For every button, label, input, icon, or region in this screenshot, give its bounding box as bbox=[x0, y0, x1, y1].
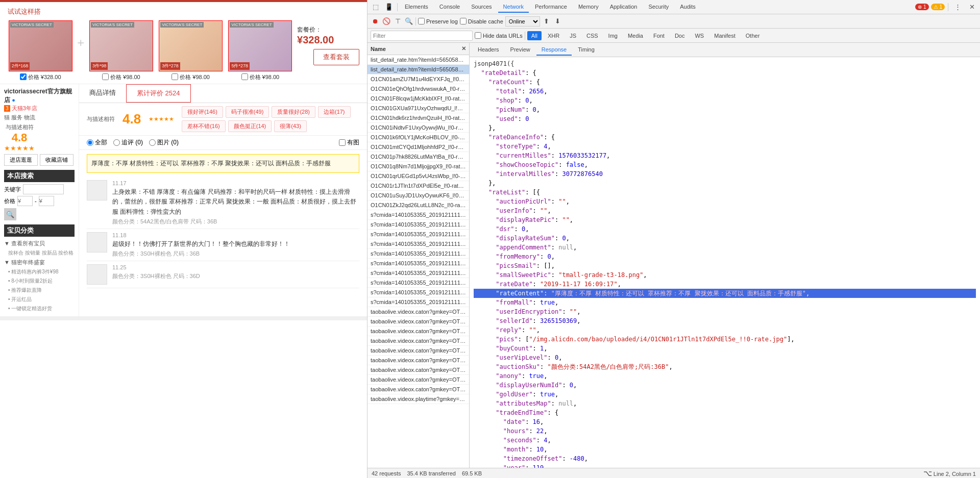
view-suite-button[interactable]: 查看套装 bbox=[313, 49, 359, 65]
cat-sub-1[interactable]: • 精选特惠内裤3件¥98 bbox=[4, 267, 75, 276]
product-checkbox-3[interactable] bbox=[172, 73, 178, 80]
filter-css[interactable]: CSS bbox=[582, 31, 602, 40]
network-item-8[interactable]: O1CN01k6fOLY1jMcKoHBLOV_l!0-rate.jp bbox=[368, 133, 469, 142]
filter-doc[interactable]: Doc bbox=[671, 31, 689, 40]
inspect-icon[interactable]: ⬚ bbox=[370, 1, 382, 13]
price-min-input[interactable] bbox=[17, 196, 33, 206]
filter-all[interactable]: All bbox=[527, 31, 542, 40]
network-item-3[interactable]: O1CN01eQhOfg1hrdvwswukA_l!0-rate.jp bbox=[368, 84, 469, 94]
filter-tag-3[interactable]: 质量很好(28) bbox=[272, 106, 315, 118]
cat-item-sale[interactable]: ▼ 猫密年终盛宴 bbox=[4, 258, 75, 267]
network-item-22[interactable]: s?cmida=1401053355_20191211110708 bbox=[368, 268, 469, 278]
import-icon[interactable]: ⬆ bbox=[542, 17, 551, 26]
tab-console[interactable]: Console bbox=[434, 2, 465, 13]
filter-tag-4[interactable]: 边箱(17) bbox=[318, 106, 351, 118]
filter-tag-5[interactable]: 差杯不错(16) bbox=[182, 120, 226, 132]
network-item-19[interactable]: s?cmida=1401053355_20191211110623 bbox=[368, 239, 469, 249]
tab-headers[interactable]: Headers bbox=[473, 44, 504, 56]
network-item-26[interactable]: taobaolive.videox.caton?gmkey=OTHER... bbox=[368, 307, 469, 317]
search-icon[interactable]: 🔍 bbox=[404, 17, 413, 26]
close-devtools-icon[interactable]: ✕ bbox=[966, 1, 978, 13]
network-item-2[interactable]: O1CN01amZU7M1u4ldEYXFJq_l!0-rate.jp bbox=[368, 74, 469, 84]
filter-img[interactable]: Img bbox=[604, 31, 622, 40]
product-checkbox-4[interactable] bbox=[241, 73, 248, 80]
network-item-32[interactable]: taobaolive.videox.caton?gmkey=OTHER... bbox=[368, 365, 469, 375]
keyword-input[interactable] bbox=[23, 184, 64, 194]
collect-store-button[interactable]: 收藏店铺 bbox=[40, 154, 74, 166]
network-item-14[interactable]: O1CN01uSuyJD1UxyOywuKF6_l!0-rate.jpg bbox=[368, 191, 469, 200]
cat-sub-4[interactable]: • 开运红品 bbox=[4, 295, 75, 304]
filter-tag-1[interactable]: 很好评(146) bbox=[182, 106, 223, 118]
network-item-20[interactable]: s?cmida=1401053355_20191211110638 bbox=[368, 249, 469, 259]
network-item-18[interactable]: s?cmida=1401053355_20191211110607 bbox=[368, 230, 469, 239]
tab-performance[interactable]: Performance bbox=[530, 2, 572, 13]
more-options-icon[interactable]: ⋮ bbox=[951, 1, 964, 13]
tab-sources[interactable]: Sources bbox=[466, 2, 497, 13]
network-item-16[interactable]: s?cmida=1401053355_20191211110537 bbox=[368, 210, 469, 220]
cat-sub-3[interactable]: • 推荐爆款直降 bbox=[4, 286, 75, 295]
network-item-15[interactable]: O1CN01ZkJ2qd26LutLL8N2c_l!0-rate.jpg bbox=[368, 200, 469, 210]
filter-font[interactable]: Font bbox=[649, 31, 669, 40]
network-item-27[interactable]: taobaolive.videox.caton?gmkey=OTHER... bbox=[368, 317, 469, 326]
network-item-4[interactable]: O1CN01F8lcqw1jMcKkbIXFf_l!0-rate.jp bbox=[368, 94, 469, 104]
tab-elements[interactable]: Elements bbox=[400, 2, 433, 13]
enter-store-button[interactable]: 进店逛逛 bbox=[4, 154, 38, 166]
network-item-35[interactable]: taobaolive.videox.playtime?gmkey=OTH... bbox=[368, 394, 469, 404]
network-item-7[interactable]: O1CN01iNdtvF1UxyOywvjWu_l!0-rate.jpg bbox=[368, 123, 469, 133]
preserve-log-checkbox[interactable]: Preserve log bbox=[418, 18, 458, 24]
checkbox-haspic[interactable]: 有图 bbox=[339, 138, 359, 147]
network-item-23[interactable]: s?cmida=1401053355_20191211110723 bbox=[368, 278, 469, 288]
network-item-5[interactable]: O1CN01GXUa971UxyOzhwqdU_l!0-rate.j bbox=[368, 104, 469, 113]
price-max-input[interactable] bbox=[39, 196, 54, 206]
network-item-9[interactable]: O1CN01mtCYQd1MljohhfdP2_l!0-rate.jp bbox=[368, 142, 469, 152]
filter-icon[interactable]: ⊤ bbox=[393, 17, 402, 26]
network-list-items[interactable]: list_detail_rate.htm?itemId=56505867984 … bbox=[368, 55, 469, 468]
network-item-34[interactable]: taobaolive.videox.caton?gmkey=OTHER... bbox=[368, 385, 469, 394]
export-icon[interactable]: ⬇ bbox=[553, 17, 562, 26]
radio-pics[interactable]: 图片 (0) bbox=[149, 138, 179, 147]
tab-audits[interactable]: Audits bbox=[675, 2, 701, 13]
network-item-6[interactable]: O1CN01hdk6rz1hrdvnQzuiH_l!0-rate.jpg bbox=[368, 113, 469, 123]
device-icon[interactable]: 📱 bbox=[383, 1, 395, 13]
filter-tag-7[interactable]: 很薄(43) bbox=[274, 120, 307, 132]
tab-reviews[interactable]: 累计评价 2524 bbox=[126, 84, 191, 103]
network-item-21[interactable]: s?cmida=1401053355_20191211110653 bbox=[368, 259, 469, 268]
tab-preview[interactable]: Preview bbox=[505, 44, 535, 56]
network-item-10[interactable]: O1CN01p7hk8826LutMaYtBa_l!0-rate.jpg bbox=[368, 152, 469, 162]
network-item-30[interactable]: taobaolive.videox.caton?gmkey=OTHER... bbox=[368, 346, 469, 356]
product-checkbox-1[interactable] bbox=[20, 73, 27, 80]
network-item-24[interactable]: s?cmida=1401053355_20191211110739 bbox=[368, 288, 469, 297]
tab-security[interactable]: Security bbox=[643, 2, 674, 13]
tab-timing[interactable]: Timing bbox=[573, 44, 600, 56]
cat-sub-5[interactable]: • 一键锁定精选好货 bbox=[4, 304, 75, 313]
tab-application[interactable]: Application bbox=[605, 2, 643, 13]
filter-js[interactable]: JS bbox=[566, 31, 580, 40]
throttle-select[interactable]: Online Fast 3G Slow 3G Offline bbox=[505, 16, 540, 27]
network-item-12[interactable]: O1CN01qrUEGd1p5vU4zsWbp_l!0-rate.jpg bbox=[368, 171, 469, 181]
search-button[interactable]: 🔍 bbox=[4, 208, 16, 220]
product-checkbox-2[interactable] bbox=[102, 73, 109, 80]
network-item-33[interactable]: taobaolive.videox.caton?gmkey=OTHER... bbox=[368, 375, 469, 385]
filter-input[interactable] bbox=[371, 31, 473, 41]
network-item-13[interactable]: O1CN01r1JTln1t7dXPdEl5e_l!0-rate.jpg_4 bbox=[368, 181, 469, 191]
radio-followup[interactable]: 追评 (0) bbox=[113, 138, 143, 147]
network-item-1[interactable]: list_detail_rate.htm?itemId=56505867984 bbox=[368, 65, 469, 74]
cat-item-all[interactable]: ▼ 查看所有宝贝 bbox=[4, 239, 75, 248]
cat-sub-2[interactable]: • 8小时到限量2折起 bbox=[4, 276, 75, 286]
radio-all[interactable]: 全部 bbox=[87, 138, 107, 147]
network-item-31[interactable]: taobaolive.videox.caton?gmkey=OTHER... bbox=[368, 356, 469, 365]
filter-xhr[interactable]: XHR bbox=[544, 31, 564, 40]
disable-cache-checkbox[interactable]: Disable cache bbox=[460, 18, 503, 24]
network-item-28[interactable]: taobaolive.videox.caton?gmkey=OTHER... bbox=[368, 326, 469, 336]
cat-item-sort[interactable]: 按杯合 按销量 按新品 按价格 bbox=[4, 248, 75, 258]
network-item-17[interactable]: s?cmida=1401053355_20191211110552 bbox=[368, 220, 469, 230]
network-item-11[interactable]: O1CN01q8Nm7d1MljojjpgX9_l!0-rate.jp bbox=[368, 162, 469, 171]
network-item-0[interactable]: list_detail_rate.htm?itemId=56505867984 bbox=[368, 55, 469, 65]
filter-other[interactable]: Other bbox=[742, 31, 764, 40]
filter-tag-2[interactable]: 码子很准(49) bbox=[226, 106, 270, 118]
filter-ws[interactable]: WS bbox=[691, 31, 708, 40]
network-item-29[interactable]: taobaolive.videox.caton?gmkey=OTHER... bbox=[368, 336, 469, 346]
close-request-detail[interactable]: ✕ bbox=[461, 45, 466, 52]
hide-data-urls-checkbox[interactable]: Hide data URLs bbox=[475, 32, 523, 39]
network-item-25[interactable]: s?cmida=1401053355_20191211110754 bbox=[368, 297, 469, 307]
